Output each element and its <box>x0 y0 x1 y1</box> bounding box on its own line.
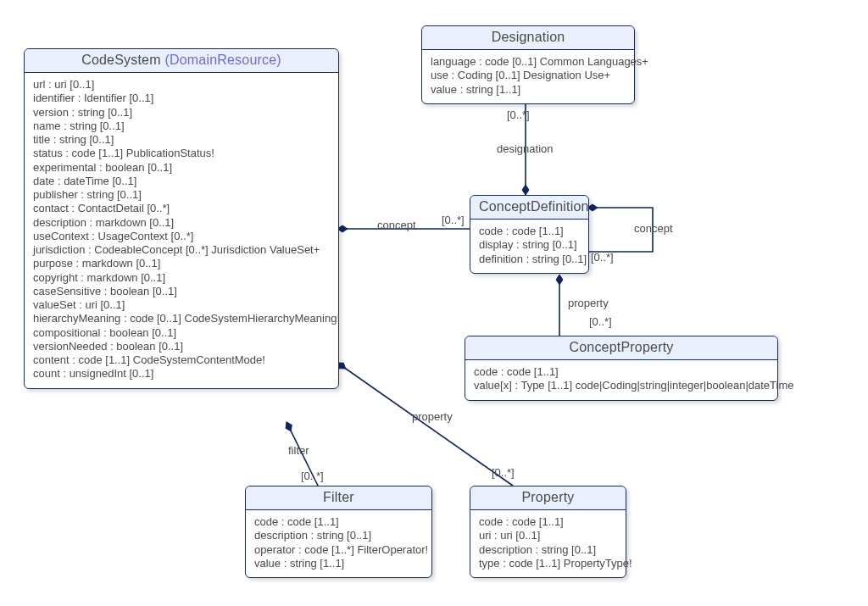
attr-item: valueSet : uri [0..1] <box>33 298 330 312</box>
attr-item: use : Coding [0..1] Designation Use+ <box>431 69 626 82</box>
attr-item: uri : uri [0..1] <box>479 529 617 542</box>
attr-item: name : string [0..1] <box>33 120 330 133</box>
attr-item: operator : code [1..*] FilterOperator! <box>254 543 423 557</box>
assoc-mult-filter: [0..*] <box>301 470 324 482</box>
attr-list: code : code [1..1]display : string [0..1… <box>479 225 580 266</box>
attr-item: definition : string [0..1] <box>479 253 580 266</box>
attr-item: date : dateTime [0..1] <box>33 175 330 188</box>
attr-item: type : code [1..1] PropertyType! <box>479 557 617 570</box>
assoc-mult-selfconcept: [0..*] <box>591 251 614 264</box>
class-title: ConceptProperty <box>569 340 673 354</box>
attr-list: code : code [1..1]value[x] : Type [1..1]… <box>474 365 769 393</box>
assoc-mult-designation: [0..*] <box>507 108 530 121</box>
assoc-label-selfconcept: concept <box>634 222 673 235</box>
attr-item: compositional : boolean [0..1] <box>33 326 330 340</box>
attr-item: version : string [0..1] <box>33 106 330 120</box>
attr-item: purpose : markdown [0..1] <box>33 257 330 270</box>
attr-item: url : uri [0..1] <box>33 78 330 92</box>
attr-item: code : code [1..1] <box>254 515 423 529</box>
attr-item: description : string [0..1] <box>254 529 423 542</box>
attr-item: code : code [1..1] <box>479 515 617 529</box>
attr-item: identifier : Identifier [0..1] <box>33 92 330 105</box>
attr-item: hierarchyMeaning : code [0..1] CodeSyste… <box>33 312 330 325</box>
attr-item: useContext : UsageContext [0..*] <box>33 230 330 243</box>
attr-item: code : code [1..1] <box>479 225 580 238</box>
assoc-mult-property: [0..*] <box>492 466 515 479</box>
attr-item: count : unsignedInt [0..1] <box>33 367 330 381</box>
attr-list: code : code [1..1]uri : uri [0..1]descri… <box>479 515 617 570</box>
uml-diagram: CodeSystem (DomainResource) url : uri [0… <box>0 0 868 606</box>
class-codesystem: CodeSystem (DomainResource) url : uri [0… <box>24 48 339 389</box>
attr-item: title : string [0..1] <box>33 133 330 147</box>
class-property: Property code : code [1..1]uri : uri [0.… <box>470 486 626 578</box>
attr-item: code : code [1..1] <box>474 365 769 379</box>
assoc-label-concept: concept <box>377 219 416 231</box>
attr-list: language : code [0..1] Common Languages+… <box>431 55 626 97</box>
attr-list: url : uri [0..1]identifier : Identifier … <box>33 78 330 381</box>
attr-item: value : string [1..1] <box>431 83 626 97</box>
attr-item: publisher : string [0..1] <box>33 188 330 202</box>
class-designation: Designation language : code [0..1] Commo… <box>421 25 635 104</box>
attr-item: contact : ContactDetail [0..*] <box>33 202 330 215</box>
attr-item: caseSensitive : boolean [0..1] <box>33 285 330 298</box>
attr-item: display : string [0..1] <box>479 238 580 252</box>
class-conceptdefinition: ConceptDefinition code : code [1..1]disp… <box>470 195 589 274</box>
attr-item: description : string [0..1] <box>479 543 617 557</box>
attr-item: copyright : markdown [0..1] <box>33 271 330 285</box>
assoc-mult-concept: [0..*] <box>442 214 465 226</box>
assoc-label-conceptprop: property <box>568 297 609 309</box>
class-filter: Filter code : code [1..1]description : s… <box>245 486 432 578</box>
class-title: Property <box>521 490 574 504</box>
attr-item: status : code [1..1] PublicationStatus! <box>33 147 330 160</box>
attr-item: jurisdiction : CodeableConcept [0..*] Ju… <box>33 243 330 257</box>
attr-item: value[x] : Type [1..1] code|Coding|strin… <box>474 379 769 392</box>
assoc-label-filter: filter <box>288 444 309 457</box>
assoc-mult-conceptprop: [0..*] <box>589 315 612 328</box>
attr-item: description : markdown [0..1] <box>33 216 330 230</box>
attr-item: experimental : boolean [0..1] <box>33 161 330 175</box>
class-conceptproperty: ConceptProperty code : code [1..1]value[… <box>465 336 778 401</box>
assoc-label-property: property <box>412 410 453 423</box>
attr-item: content : code [1..1] CodeSystemContentM… <box>33 353 330 367</box>
class-title: ConceptDefinition <box>479 199 589 214</box>
class-title: Designation <box>492 30 565 44</box>
attr-list: code : code [1..1]description : string [… <box>254 515 423 570</box>
attr-item: language : code [0..1] Common Languages+ <box>431 55 626 69</box>
assoc-label-designation: designation <box>497 142 554 155</box>
class-title: Filter <box>323 490 354 504</box>
attr-item: value : string [1..1] <box>254 557 423 570</box>
attr-item: versionNeeded : boolean [0..1] <box>33 340 330 353</box>
class-title: CodeSystem <box>81 53 161 67</box>
